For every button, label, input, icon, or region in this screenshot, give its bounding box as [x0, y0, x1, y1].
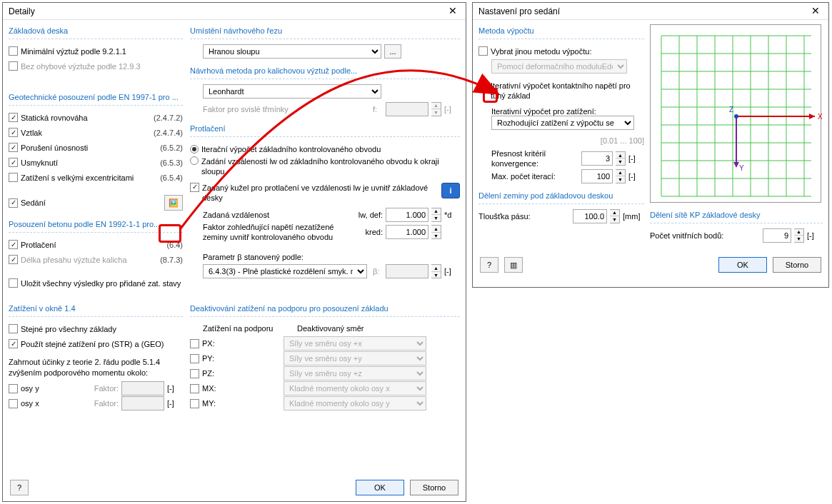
dialog-sedani: Nastavení pro sedání ✕ Metoda výpočtu Vy… [472, 2, 829, 288]
navrh-select[interactable]: Leonhardt [203, 84, 381, 99]
label: Přesnost kritérií konvergence: [491, 148, 578, 169]
ok-button[interactable]: OK [718, 257, 767, 273]
label: Protlačení [21, 241, 143, 249]
check-vztlak[interactable] [9, 128, 18, 137]
check-zatvex[interactable] [9, 173, 18, 182]
code: (6.5.3) [146, 158, 183, 167]
group-umisteni: Umístění návrhového řezu Hranou sloupu .… [190, 24, 460, 59]
group-deleni-zeminy: Dělení zeminy pod základovou deskou Tlou… [478, 189, 644, 223]
label: Tloušťka pásu: [478, 212, 570, 221]
kred-input[interactable] [386, 225, 428, 239]
dir-my-select: Kladné momenty okolo osy y [284, 396, 426, 410]
check-protl[interactable] [9, 240, 18, 249]
dir-mx-select: Kladné momenty okolo osy x [284, 381, 426, 395]
label: Délka přesahu výztuže kalicha [21, 256, 143, 264]
radio-iter[interactable] [190, 145, 199, 153]
cancel-button[interactable]: Storno [773, 257, 821, 273]
group-beton: Posouzení betonu podle EN 1992-1-1 pro..… [9, 218, 183, 291]
metoda-select: Pomocí deformačního moduluEdef [491, 59, 627, 74]
label: Minimální výztuž podle 9.2.1.1 [21, 47, 183, 56]
label: Vybrat jinou metodu výpočtu: [491, 47, 644, 56]
check-osyy[interactable] [9, 384, 18, 393]
check-pz[interactable] [190, 369, 199, 378]
check-sedani[interactable] [9, 198, 18, 208]
label: osy y [21, 384, 56, 393]
tl-input[interactable] [573, 209, 607, 223]
label: Vztlak [21, 128, 143, 137]
cancel-button[interactable]: Storno [410, 480, 458, 495]
help-icon[interactable]: ? [10, 480, 29, 495]
svg-marker-20 [809, 114, 815, 119]
check-porus[interactable] [9, 143, 18, 152]
code: (8.7.3) [146, 256, 183, 264]
dir-px-select: Síly ve směru osy +x [284, 336, 426, 351]
check-osyx[interactable] [9, 399, 18, 408]
label: Zadaný kužel pro protlačení ve vzdálenos… [202, 183, 438, 203]
label: Faktor: [59, 399, 119, 408]
svg-point-25 [734, 114, 738, 119]
check-ulozit[interactable] [9, 278, 18, 288]
radio-zadani[interactable] [190, 156, 199, 165]
check-usmyk[interactable] [9, 158, 18, 167]
close-icon[interactable]: ✕ [806, 4, 826, 19]
presnost-input[interactable] [581, 151, 613, 166]
check-min-vyztuz[interactable] [9, 46, 18, 56]
group-zatizeni14: Zatížení v okně 1.4 Stejné pro všechny z… [9, 302, 183, 411]
iter-zat-select[interactable]: Rozhodující zatížení z výpočtu se [491, 116, 634, 130]
label: osy x [21, 399, 56, 408]
dir-pz-select: Síly ve směru osy +z [284, 366, 426, 380]
group-title: Základová deska [9, 24, 183, 39]
annotation-highlight [483, 88, 498, 103]
lwdef-input[interactable] [386, 208, 428, 222]
label: PX: [202, 339, 281, 348]
help-icon[interactable]: ? [480, 257, 498, 273]
info-icon[interactable]: i [441, 183, 460, 198]
label: Faktor pro svislé třmínky [203, 105, 370, 114]
svg-text:Y: Y [739, 164, 744, 172]
check-stat[interactable] [9, 113, 18, 122]
check-px[interactable] [190, 339, 199, 348]
close-icon[interactable]: ✕ [443, 4, 463, 19]
col-header: Deaktivovaný směr [297, 324, 364, 333]
group-geotech: Geotechnické posouzení podle EN 1997-1 p… [9, 91, 183, 211]
label: Iterační výpočet základního kontrolované… [201, 145, 460, 153]
unit: [mm] [623, 212, 644, 221]
umisteni-ellipsis-button[interactable]: ... [384, 44, 401, 59]
label: Statická rovnováha [21, 114, 143, 122]
pocet-input[interactable] [763, 228, 791, 243]
zahrnout-label: Zahrnout účinky z teorie 2. řádu podle 5… [9, 357, 183, 378]
group-title: Návrhová metoda pro kalichovou výztuž po… [190, 64, 460, 79]
umisteni-select[interactable]: Hranou sloupu [203, 44, 381, 59]
check-py[interactable] [190, 354, 199, 363]
check-bez-ohyb [9, 61, 18, 71]
annotation-highlight [159, 224, 181, 243]
ok-button[interactable]: OK [356, 480, 404, 495]
label: Parametr β stanovený podle: [190, 253, 460, 261]
label: PY: [202, 354, 281, 363]
check-my[interactable] [190, 399, 199, 408]
tool-icon[interactable]: ▥ [504, 257, 523, 273]
group-title: Protlačení [190, 122, 460, 137]
titlebar-detaily: Detaily ✕ [3, 3, 466, 20]
check-kuzel[interactable] [190, 183, 199, 192]
check-stejne[interactable] [9, 324, 18, 333]
check-mx[interactable] [190, 384, 199, 393]
preview-panel: X Y Z [650, 24, 821, 203]
label: PZ: [202, 369, 281, 378]
code: (6.5.2) [146, 143, 183, 152]
maxiter-input[interactable] [581, 169, 613, 183]
sedani-settings-button[interactable]: 🖼️ [164, 195, 183, 211]
check-pouzit[interactable] [9, 339, 18, 348]
label: MX: [202, 384, 281, 393]
svg-text:Z: Z [729, 106, 733, 114]
label: Porušení únosnosti [21, 143, 143, 152]
group-title: Umístění návrhového řezu [190, 24, 460, 39]
dialog-title: Detaily [9, 6, 443, 16]
label: lw, def: [351, 211, 383, 219]
parambeta-select[interactable]: 6.4.3(3) - Plně plastické rozdělení smyk… [203, 264, 367, 278]
check-vybrat[interactable] [478, 46, 488, 56]
group-title: Deaktivování zatížení na podporu pro pos… [190, 302, 460, 317]
group-title: Metoda výpočtu [478, 24, 644, 39]
label: Zadaná vzdálenost [203, 211, 349, 219]
label: Stejné pro všechny základy [21, 325, 183, 333]
